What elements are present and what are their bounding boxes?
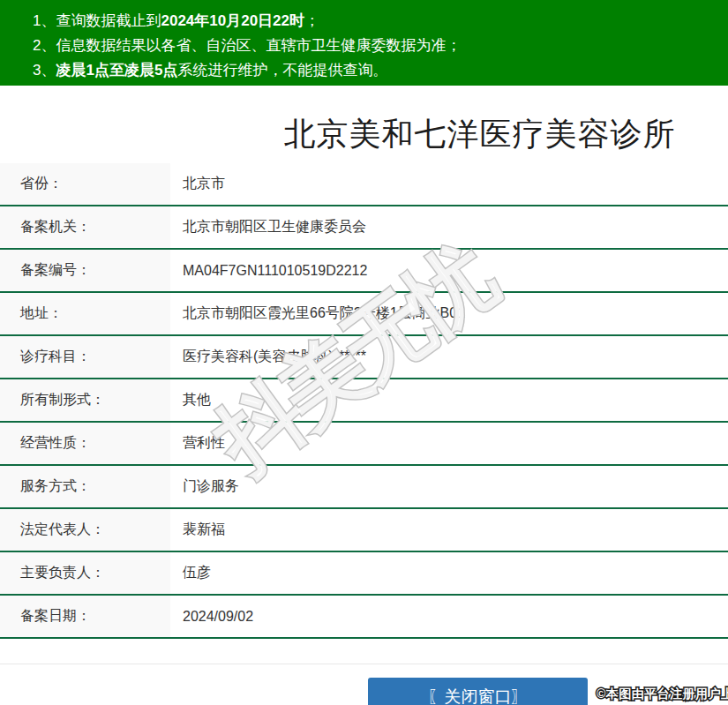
row-label: 诊疗科目： — [0, 336, 170, 378]
row-label: 备案机关： — [0, 206, 170, 248]
notice-line: 3、凌晨1点至凌晨5点系统进行维护，不能提供查询。 — [33, 58, 710, 83]
row-label: 备案日期： — [0, 596, 170, 637]
row-value: 北京市 — [170, 163, 728, 205]
row-value: MA04F7GN111010519D2212 — [170, 250, 728, 291]
row-label: 省份： — [0, 163, 170, 205]
row-value: 营利性 — [170, 423, 728, 464]
table-row: 法定代表人：裴新福 — [0, 509, 728, 552]
row-value: 其他 — [170, 379, 728, 421]
row-value: 北京市朝阳区霞光里66号院2号楼1层商业B01 — [170, 293, 728, 334]
copyright-stamp: ©本图由平台注册用户上传 — [597, 686, 728, 702]
row-label: 经营性质： — [0, 423, 170, 464]
row-value: 北京市朝阳区卫生健康委员会 — [170, 206, 728, 248]
table-row: 省份：北京市 — [0, 163, 728, 206]
table-row: 备案日期：2024/09/02 — [0, 596, 728, 639]
row-value: 2024/09/02 — [170, 596, 728, 637]
table-row: 服务方式：门诊服务 — [0, 466, 728, 509]
row-value: 医疗美容科(美容皮肤科)****** — [170, 336, 728, 378]
row-value: 伍彦 — [170, 552, 728, 594]
row-label: 备案编号： — [0, 250, 170, 291]
row-value: 裴新福 — [170, 509, 728, 551]
row-label: 服务方式： — [0, 466, 170, 507]
notice-line: 2、信息数据结果以各省、自治区、直辖市卫生健康委数据为准； — [33, 34, 710, 58]
row-label: 所有制形式： — [0, 379, 170, 421]
table-row: 诊疗科目：医疗美容科(美容皮肤科)****** — [0, 336, 728, 379]
notice-banner: 1、查询数据截止到2024年10月20日22时；2、信息数据结果以各省、自治区、… — [0, 0, 728, 86]
table-row: 主要负责人：伍彦 — [0, 552, 728, 596]
table-row: 地址：北京市朝阳区霞光里66号院2号楼1层商业B01 — [0, 293, 728, 336]
footer-divider — [0, 664, 728, 664]
table-row: 备案编号：MA04F7GN111010519D2212 — [0, 250, 728, 293]
page-title: 北京美和七洋医疗美容诊所 — [0, 117, 728, 151]
row-label: 地址： — [0, 293, 170, 334]
row-label: 法定代表人： — [0, 509, 170, 551]
table-row: 备案机关：北京市朝阳区卫生健康委员会 — [0, 206, 728, 250]
table-row: 所有制形式：其他 — [0, 379, 728, 423]
record-detail-page: 1、查询数据截止到2024年10月20日22时；2、信息数据结果以各省、自治区、… — [0, 0, 728, 664]
table-row: 经营性质：营利性 — [0, 423, 728, 466]
record-table: 省份：北京市备案机关：北京市朝阳区卫生健康委员会备案编号：MA04F7GN111… — [0, 163, 728, 639]
close-window-button[interactable]: 〖关闭窗口〗 — [368, 678, 588, 705]
row-value: 门诊服务 — [170, 466, 728, 507]
notice-line: 1、查询数据截止到2024年10月20日22时； — [33, 9, 710, 34]
row-label: 主要负责人： — [0, 552, 170, 594]
